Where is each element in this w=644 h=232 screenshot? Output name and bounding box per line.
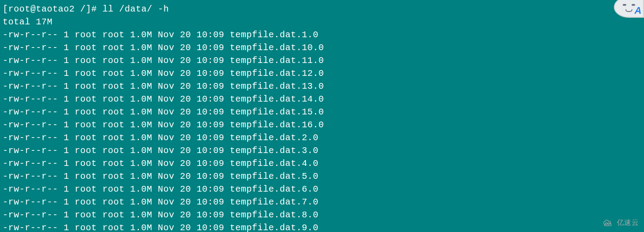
command-text: ll /data/ -h: [102, 4, 169, 14]
terminal-output[interactable]: [root@taotao2 /]# ll /data/ -h total 17M…: [3, 3, 641, 232]
file-row: -rw-r--r-- 1 root root 1.0M Nov 20 10:09…: [3, 183, 641, 196]
file-row: -rw-r--r-- 1 root root 1.0M Nov 20 10:09…: [3, 93, 641, 106]
file-listing: -rw-r--r-- 1 root root 1.0M Nov 20 10:09…: [3, 28, 641, 232]
file-row: -rw-r--r-- 1 root root 1.0M Nov 20 10:09…: [3, 131, 641, 144]
file-row: -rw-r--r-- 1 root root 1.0M Nov 20 10:09…: [3, 157, 641, 170]
cloud-logo-icon: [602, 218, 614, 227]
file-row: -rw-r--r-- 1 root root 1.0M Nov 20 10:09…: [3, 106, 641, 118]
file-row: -rw-r--r-- 1 root root 1.0M Nov 20 10:09…: [3, 208, 641, 221]
file-row: -rw-r--r-- 1 root root 1.0M Nov 20 10:09…: [3, 144, 641, 157]
file-row: -rw-r--r-- 1 root root 1.0M Nov 20 10:09…: [3, 170, 641, 183]
avatar-letter: A: [635, 4, 642, 18]
watermark: 亿速云: [602, 217, 639, 228]
watermark-text: 亿速云: [617, 217, 639, 228]
prompt-line: [root@taotao2 /]# ll /data/ -h: [3, 3, 641, 16]
file-row: -rw-r--r-- 1 root root 1.0M Nov 20 10:09…: [3, 28, 641, 41]
file-row: -rw-r--r-- 1 root root 1.0M Nov 20 10:09…: [3, 41, 641, 54]
file-row: -rw-r--r-- 1 root root 1.0M Nov 20 10:09…: [3, 54, 641, 67]
file-row: -rw-r--r-- 1 root root 1.0M Nov 20 10:09…: [3, 196, 641, 208]
file-row: -rw-r--r-- 1 root root 1.0M Nov 20 10:09…: [3, 67, 641, 80]
total-line: total 17M: [3, 16, 641, 28]
file-row: -rw-r--r-- 1 root root 1.0M Nov 20 10:09…: [3, 118, 641, 131]
prompt-text: [root@taotao2 /]# ll /data/ -h: [3, 4, 169, 14]
file-row: -rw-r--r-- 1 root root 1.0M Nov 20 10:09…: [3, 221, 641, 232]
file-row: -rw-r--r-- 1 root root 1.0M Nov 20 10:09…: [3, 80, 641, 93]
